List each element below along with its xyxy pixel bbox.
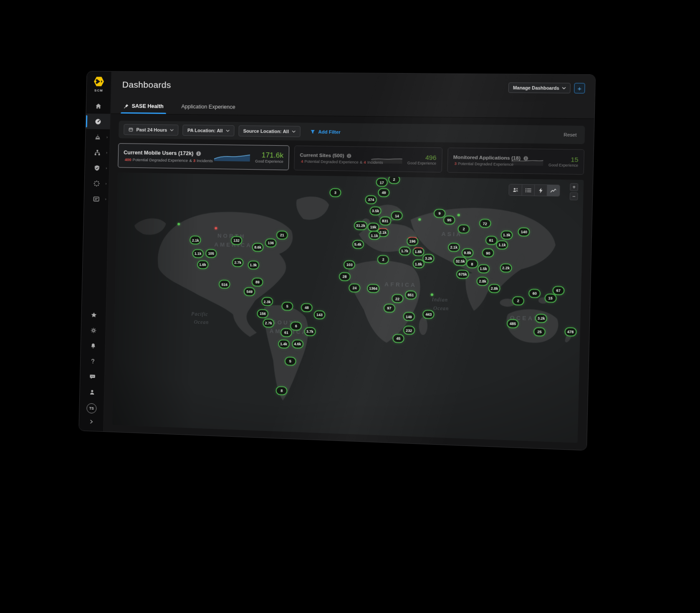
map-marker[interactable]: 8 — [276, 386, 288, 395]
add-dashboard-button[interactable]: + — [574, 83, 585, 94]
map-marker[interactable]: 32.5k — [453, 257, 468, 266]
map-marker[interactable]: 549 — [244, 287, 255, 296]
map-marker[interactable]: 516 — [219, 280, 230, 289]
map-marker[interactable]: 61 — [281, 328, 292, 337]
sidebar-item-network[interactable]: › — [85, 144, 110, 160]
map-marker[interactable]: 25 — [533, 327, 546, 337]
map-marker[interactable]: 3 — [329, 188, 341, 198]
map-marker[interactable]: 2 — [458, 224, 470, 233]
map-marker[interactable]: 149 — [403, 312, 415, 321]
tab-sase-health[interactable]: SASE Health — [121, 103, 165, 114]
map-chart-view-button[interactable] — [547, 185, 560, 196]
map-marker[interactable]: 1.8k — [412, 259, 425, 269]
map-marker[interactable]: 1.7k — [399, 246, 411, 256]
map-marker[interactable]: 5 — [284, 356, 296, 365]
sidebar-item-favorites[interactable] — [81, 307, 106, 323]
map-marker[interactable]: 15 — [544, 294, 557, 303]
kpi-card-current-mobile-users[interactable]: Current Mobile Users (172k) — [118, 143, 289, 170]
map-marker[interactable]: 105 — [205, 249, 217, 258]
user-avatar[interactable]: TS — [86, 403, 96, 413]
map-marker[interactable]: 443 — [422, 310, 435, 319]
map-marker[interactable]: 31.2k — [354, 221, 368, 230]
map-marker[interactable]: 156 — [257, 309, 268, 318]
sidebar-item-home[interactable] — [86, 98, 111, 114]
map-list-view-button[interactable] — [522, 185, 535, 196]
map-users-view-button[interactable] — [509, 185, 522, 195]
map-marker[interactable]: 22 — [392, 294, 404, 303]
map-marker[interactable]: 8 — [466, 259, 478, 269]
info-icon[interactable] — [347, 153, 352, 158]
map-marker[interactable]: 132 — [231, 236, 243, 245]
map-marker[interactable]: 831 — [379, 216, 391, 225]
kpi-card-monitored-applications[interactable]: Monitored Applications (18) — [447, 147, 584, 175]
sidebar-item-security[interactable]: › — [85, 160, 109, 176]
zoom-in-button[interactable]: + — [570, 183, 578, 191]
map-marker[interactable]: 72 — [479, 219, 491, 228]
sidebar-item-help[interactable] — [81, 353, 105, 370]
map-marker[interactable]: 67 — [552, 286, 565, 296]
map-marker[interactable]: 89 — [252, 277, 263, 286]
map-marker[interactable]: 2 — [377, 255, 389, 264]
zoom-out-button[interactable]: − — [570, 193, 578, 200]
map-marker[interactable]: 21 — [276, 231, 288, 240]
sidebar-item-incidents-alerts[interactable]: › — [86, 129, 110, 145]
map-marker[interactable]: 24 — [349, 284, 361, 293]
map-marker[interactable]: 103 — [344, 260, 356, 269]
map-marker[interactable]: 9 — [433, 209, 445, 218]
map-marker[interactable]: 60 — [528, 289, 541, 298]
map-marker[interactable]: 3.7k — [304, 327, 316, 336]
map-marker[interactable]: 1.5k — [477, 264, 489, 273]
map-marker[interactable]: 3.2k — [422, 254, 435, 263]
map-marker[interactable]: 4.6k — [292, 339, 303, 348]
map-marker[interactable]: 97 — [383, 304, 395, 313]
map-marker[interactable]: 8.6k — [252, 243, 264, 252]
sidebar-item-dashboards[interactable] — [86, 114, 111, 129]
map-marker[interactable]: 2.1k — [448, 243, 460, 252]
map-marker[interactable]: 45 — [392, 334, 404, 343]
map-marker[interactable]: 61 — [485, 236, 497, 245]
map-marker[interactable]: 374 — [365, 195, 377, 204]
tab-application-experience[interactable]: Application Experience — [179, 104, 237, 115]
map-marker[interactable]: 1.3k — [500, 230, 513, 239]
map-marker[interactable]: 14 — [391, 211, 403, 220]
map-marker[interactable]: 1.1k — [496, 241, 508, 250]
map-marker[interactable]: 2.1k — [190, 236, 201, 245]
add-filter-button[interactable]: Add Filter — [307, 129, 343, 135]
map-marker[interactable]: 485 — [507, 319, 519, 329]
map-marker[interactable]: 1364 — [367, 284, 380, 293]
map-marker[interactable]: 9.8k — [462, 248, 474, 257]
sidebar-collapse-toggle[interactable] — [79, 415, 103, 428]
map-marker[interactable]: 651 — [404, 290, 417, 299]
sidebar-item-workflows[interactable]: › — [84, 175, 109, 191]
reset-filters-button[interactable]: Reset — [561, 132, 579, 138]
source-location-select[interactable]: Source Location: All — [238, 125, 301, 137]
map-marker[interactable]: 2.7k — [232, 258, 244, 267]
map-marker[interactable]: 48 — [301, 303, 313, 312]
info-icon[interactable] — [196, 151, 201, 156]
map-marker[interactable]: 90 — [482, 248, 494, 258]
map-marker[interactable]: 1.8k — [412, 247, 425, 256]
map-marker[interactable]: 2.7k — [263, 318, 274, 327]
map-marker[interactable]: 2.3k — [261, 297, 273, 306]
sidebar-item-notifications[interactable] — [81, 338, 105, 354]
map-marker[interactable]: 1.1k — [369, 231, 381, 240]
map-marker[interactable]: 140 — [518, 227, 531, 236]
sidebar-item-settings-objects[interactable]: › — [84, 191, 109, 207]
world-map-panel[interactable]: NORTHAMERICASOUTHAMERICAAFRICAASIAOCEANI… — [112, 172, 584, 443]
map-marker[interactable]: 1.3k — [248, 261, 259, 270]
sidebar-item-feedback[interactable] — [80, 369, 105, 385]
map-marker[interactable]: 1.1k — [192, 249, 204, 258]
manage-dashboards-button[interactable]: Manage Dashboards — [508, 82, 571, 93]
pa-location-select[interactable]: PA Location: All — [182, 125, 234, 137]
map-marker[interactable]: 675k — [456, 269, 469, 279]
map-marker[interactable]: 136 — [265, 238, 277, 248]
map-marker[interactable]: 2.2k — [500, 263, 512, 273]
map-marker[interactable]: 3.2k — [535, 314, 548, 323]
map-marker[interactable]: 2.8k — [477, 277, 489, 286]
map-marker[interactable]: 5 — [281, 301, 293, 311]
map-marker[interactable]: 196 — [407, 237, 419, 246]
map-incidents-view-button[interactable] — [534, 185, 547, 196]
map-marker[interactable]: 28 — [339, 272, 351, 281]
map-marker[interactable]: 2.8k — [488, 284, 500, 293]
map-marker[interactable]: 17 — [376, 178, 388, 187]
